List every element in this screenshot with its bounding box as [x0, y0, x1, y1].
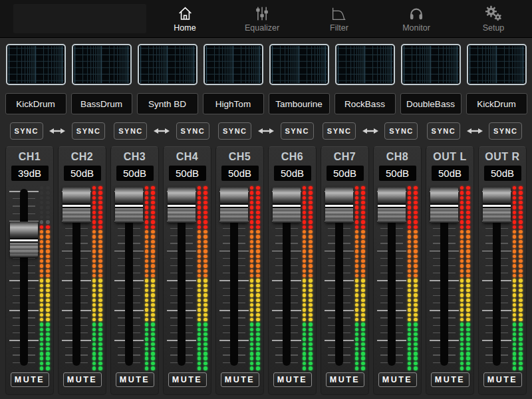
meter-led: [250, 255, 253, 258]
sync-button[interactable]: SYNC: [114, 122, 147, 140]
sync-button[interactable]: SYNC: [384, 122, 418, 140]
meter-led: [98, 356, 102, 360]
fader-knob[interactable]: [10, 221, 38, 257]
mute-button[interactable]: MUTE: [116, 372, 154, 387]
sync-link-arrow-icon: [49, 127, 66, 135]
fader-knob[interactable]: [378, 187, 406, 223]
fader-track[interactable]: [20, 189, 28, 366]
meter-led: [513, 289, 516, 292]
level-db-value: 50dB: [484, 166, 521, 181]
meter-led: [408, 308, 411, 311]
display-cell: [332, 44, 398, 85]
track-name-button[interactable]: KickDrum: [5, 93, 66, 114]
mute-button[interactable]: MUTE: [273, 372, 312, 387]
signal-display[interactable]: [269, 44, 329, 85]
meter-led: [303, 347, 306, 350]
led-column: [98, 186, 102, 371]
tab-setup[interactable]: Setup: [455, 0, 532, 37]
mute-button[interactable]: MUTE: [431, 372, 469, 387]
meter-led: [303, 205, 306, 209]
meter-led: [203, 328, 207, 331]
signal-display[interactable]: [6, 44, 66, 85]
mute-button[interactable]: MUTE: [63, 372, 102, 387]
meter-led: [92, 259, 96, 263]
meter-led: [98, 323, 102, 326]
meter-led: [414, 215, 417, 219]
sync-button[interactable]: SYNC: [323, 122, 356, 140]
meter-led: [145, 347, 148, 350]
meter-led: [198, 366, 201, 370]
tab-equalizer[interactable]: Equalizer: [223, 0, 301, 37]
meter-led: [46, 337, 49, 340]
track-name-button[interactable]: KickDrum: [466, 93, 527, 114]
meter-led: [198, 342, 201, 346]
sync-button[interactable]: SYNC: [218, 122, 251, 140]
signal-displays-row: [0, 38, 532, 85]
sync-button[interactable]: SYNC: [281, 122, 314, 140]
fader-knob[interactable]: [430, 187, 458, 223]
meter-led: [92, 269, 96, 273]
sync-button[interactable]: SYNC: [176, 122, 209, 140]
track-name-button[interactable]: DoubleBass: [400, 93, 462, 114]
meter-led: [408, 269, 411, 273]
mute-button[interactable]: MUTE: [221, 372, 259, 387]
meter-led: [355, 235, 358, 238]
meter-led: [460, 318, 464, 321]
fader-knob[interactable]: [220, 187, 248, 223]
meter-led: [361, 235, 364, 238]
fader-knob[interactable]: [63, 187, 90, 223]
tab-filter[interactable]: Filter: [301, 0, 378, 37]
meter-led: [145, 230, 148, 233]
meter-led: [92, 245, 96, 248]
signal-display[interactable]: [72, 44, 132, 85]
fader-knob[interactable]: [325, 187, 353, 223]
meter-led: [361, 289, 364, 292]
mute-button[interactable]: MUTE: [168, 372, 207, 387]
track-name-button[interactable]: RockBass: [334, 93, 396, 114]
signal-display[interactable]: [335, 44, 395, 85]
meter-led: [203, 269, 207, 273]
mute-button[interactable]: MUTE: [11, 372, 49, 387]
track-name-button[interactable]: HighTom: [203, 93, 264, 114]
meter-led: [46, 356, 49, 360]
meter-led: [408, 264, 411, 267]
track-name-button[interactable]: Synth BD: [137, 93, 198, 114]
mute-button[interactable]: MUTE: [378, 372, 417, 387]
meter-led: [250, 191, 253, 194]
meter-led: [414, 186, 417, 190]
track-name-button[interactable]: BassDrum: [71, 93, 132, 114]
meter-led: [513, 352, 516, 355]
sync-button[interactable]: SYNC: [10, 122, 43, 140]
meter-led: [250, 308, 253, 311]
meter-led: [151, 318, 154, 321]
meter-led: [513, 274, 516, 277]
led-column: [40, 186, 43, 371]
fader-knob[interactable]: [273, 187, 301, 223]
level-db-value: 50dB: [169, 166, 206, 181]
signal-display[interactable]: [401, 44, 461, 85]
meter-led: [408, 318, 411, 321]
sync-button[interactable]: SYNC: [72, 122, 105, 140]
signal-display[interactable]: [467, 44, 527, 85]
level-meter: [145, 186, 155, 371]
meter-led: [250, 318, 253, 321]
meter-led: [460, 293, 464, 297]
mute-button[interactable]: MUTE: [326, 372, 364, 387]
mute-button[interactable]: MUTE: [483, 372, 522, 387]
meter-led: [250, 211, 253, 214]
meter-led: [361, 259, 364, 263]
sync-button[interactable]: SYNC: [427, 122, 460, 140]
tab-monitor[interactable]: Monitor: [378, 0, 455, 37]
sync-button[interactable]: SYNC: [489, 122, 522, 140]
fader-knob[interactable]: [168, 187, 196, 223]
track-name-button[interactable]: Tambourine: [269, 93, 330, 114]
tab-home[interactable]: Home: [146, 0, 223, 37]
signal-display[interactable]: [203, 44, 263, 85]
fader-knob[interactable]: [483, 187, 511, 223]
meter-led: [466, 303, 469, 307]
fader-knob[interactable]: [115, 187, 143, 223]
meter-led: [414, 269, 417, 273]
meter-led: [98, 318, 102, 321]
meter-led: [303, 366, 306, 370]
signal-display[interactable]: [138, 44, 198, 85]
